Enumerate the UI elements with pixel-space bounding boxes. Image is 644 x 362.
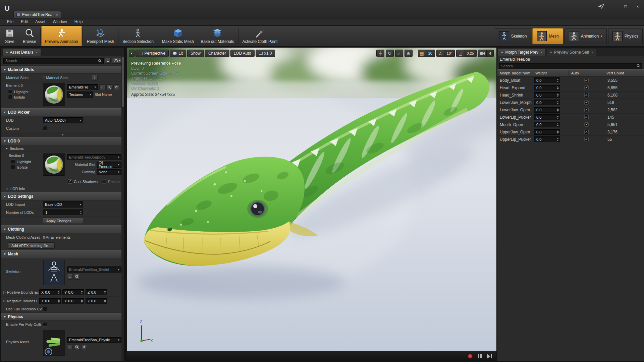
menu-file[interactable]: File [3,19,17,24]
section-header-physics[interactable]: ▾ Physics [1,313,124,321]
section-header-clothing[interactable]: ▾ Clothing [1,225,124,233]
add-apex-button[interactable]: Add APEX clothing file... [8,242,55,249]
tab-close-icon[interactable]: × [35,50,37,54]
isolate-checkbox-row[interactable]: ✓ Isolate [8,95,41,99]
browse-to-asset-icon[interactable] [74,344,80,350]
material-thumbnail[interactable] [43,83,65,106]
asset-document-tab[interactable]: EmeraldTreeBoa × [13,11,61,18]
morph-weight-spinner[interactable]: 0.0 [534,77,560,83]
show-menu-button[interactable]: Show [187,50,204,57]
spinner-arrows-icon[interactable] [102,299,106,303]
morph-weight-spinner[interactable]: 0.0 [534,100,560,105]
material-asset-dropdown[interactable]: EmeraldTre ▾ [67,84,98,90]
cast-shadows-checkbox[interactable]: ✓ [68,179,72,184]
character-menu-button[interactable]: Character [205,50,229,57]
morph-weight-spinner[interactable]: 0.0 [534,129,560,135]
screen-size-button[interactable]: x1.0 [256,50,275,57]
column-morph-name[interactable]: Morph Target Nam [497,70,533,76]
recompute-checkbox[interactable]: ✓ [102,179,106,184]
skeleton-thumbnail[interactable] [43,260,65,285]
section-material-thumbnail[interactable] [43,154,65,176]
lod-info-expander-icon[interactable]: ▷ [6,187,8,190]
filter-options-icon[interactable]: ≡ [105,58,111,64]
pos-bounds-x[interactable]: X0.0 [39,289,61,295]
browse-button[interactable]: Browse [19,26,40,46]
tab-asset-details[interactable]: ≡ Asset Details × [3,49,41,56]
spinner-arrows-icon[interactable] [56,291,60,294]
highlight-checkbox[interactable]: ✓ [8,89,12,94]
reset-to-default-icon[interactable]: ↺ [81,344,87,350]
spinner-arrows-icon[interactable] [78,211,82,214]
section-selection-button[interactable]: Section Selection [119,26,157,46]
reimport-mesh-button[interactable]: Reimport Mesh [84,26,117,46]
morph-auto-checkbox[interactable]: ✓ [584,115,589,119]
section-isolate-checkbox[interactable]: ✓ [11,165,15,169]
expander-icon[interactable]: ▾ [4,228,6,231]
expander-icon[interactable]: ▾ [4,68,6,71]
minimize-button[interactable]: – [609,3,618,10]
activate-cloth-paint-button[interactable]: Activate Cloth Paint [239,26,281,46]
morph-row[interactable]: UpperLip_Pucker 0.0 ✓ 55 [497,136,644,143]
use-selected-asset-icon[interactable]: ← [67,344,73,350]
tab-close-icon[interactable]: × [591,50,593,54]
column-vert-count[interactable]: Vert Count [604,70,644,76]
lod-dropdown[interactable]: Auto (LOD0) ▾ [43,117,83,123]
mode-skeleton-button[interactable]: Skeleton [495,28,531,44]
spinner-arrows-icon[interactable] [555,123,559,126]
expander-icon[interactable]: ▾ [4,139,6,143]
morph-weight-spinner[interactable]: 0.0 [534,107,560,113]
translate-tool-icon[interactable]: ┼ [376,50,384,57]
morph-auto-checkbox[interactable]: ✓ [584,122,589,127]
view-options-button[interactable]: ▾ [112,58,122,64]
menu-window[interactable]: Window [49,19,71,24]
mode-mesh-button[interactable]: Mesh [532,28,563,44]
neg-bounds-z[interactable]: Z0.0 [86,298,107,304]
column-auto[interactable]: Auto [569,70,604,76]
play-forward-button[interactable] [487,354,492,359]
morph-row[interactable]: Head_Expand 0.0 ✓ 5,855 [497,84,644,92]
morph-weight-spinner[interactable]: 0.0 [534,122,560,127]
maximize-button[interactable]: □ [621,3,630,10]
morph-auto-checkbox[interactable]: ✓ [584,108,589,112]
scale-snap-value[interactable]: 0.25 [464,50,476,57]
neg-bounds-y[interactable]: Y0.0 [62,298,84,304]
menu-help[interactable]: Help [71,19,87,24]
column-weight[interactable]: Weight [533,70,569,76]
morph-row[interactable]: Head_Shrink 0.0 ✓ 6,108 [497,92,644,99]
use-selected-asset-icon[interactable]: ← [99,84,105,90]
perspective-button[interactable]: Perspective [136,50,169,57]
section-header-material-slots[interactable]: ▾ Material Slots [1,66,124,74]
reset-to-default-icon[interactable]: ↺ [113,84,119,90]
morph-search-input[interactable] [501,64,637,68]
apply-changes-button[interactable]: Apply Changes [43,218,83,224]
camera-speed-value[interactable]: 4 [487,50,494,57]
spinner-arrows-icon[interactable] [102,291,106,294]
section-highlight-checkbox[interactable]: ✓ [11,160,15,164]
morph-auto-checkbox[interactable]: ✓ [584,137,589,141]
advanced-expander[interactable]: ▾ [1,132,124,137]
launch-icon[interactable] [597,3,606,10]
scrollbar-thumb[interactable] [122,57,124,107]
section-header-mesh[interactable]: ▾ Mesh [1,250,124,258]
menu-asset[interactable]: Asset [32,19,49,24]
spinner-arrows-icon[interactable] [79,299,83,303]
viewport-scene[interactable] [127,48,496,351]
skeleton-asset-dropdown[interactable]: EmeraldTreeBoa_Skelet ▾ [67,266,121,273]
per-poly-collision-checkbox[interactable]: ✓ [43,322,47,326]
spinner-arrows-icon[interactable] [555,130,559,134]
morph-auto-checkbox[interactable]: ✓ [584,100,589,105]
morph-row[interactable]: LowerJaw_Open 0.0 ✓ 2,582 [497,106,644,114]
lit-mode-button[interactable]: Lit [170,50,186,57]
full-precision-uv-checkbox[interactable]: ✓ [43,307,47,311]
morph-auto-checkbox[interactable]: ✓ [584,130,589,134]
morph-row[interactable]: Body_Bloat 0.0 ✓ 3,555 [497,77,644,84]
close-button[interactable]: × [633,3,642,10]
world-local-toggle-icon[interactable]: ⊕ [405,50,413,57]
physics-asset-dropdown[interactable]: EmeraldTreeBoa_Physic ▾ [67,337,121,343]
spinner-arrows-icon[interactable] [555,101,559,104]
sections-expander-icon[interactable]: ▾ [6,147,8,150]
use-selected-asset-icon[interactable]: ← [67,274,73,280]
pause-button[interactable] [478,354,482,358]
browse-to-asset-icon[interactable] [74,274,80,280]
custom-checkbox[interactable]: ✓ [43,126,47,130]
